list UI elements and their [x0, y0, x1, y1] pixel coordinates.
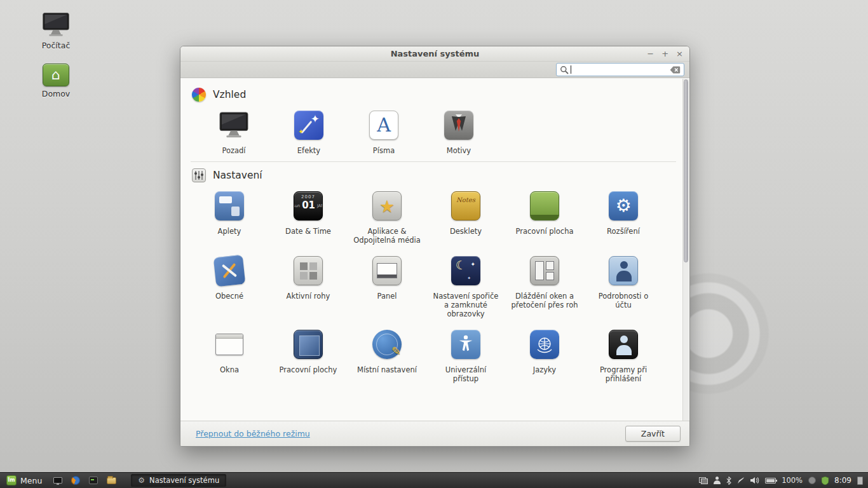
computer-icon — [41, 11, 71, 38]
general-icon — [214, 255, 246, 287]
section-divider — [191, 161, 676, 162]
clock[interactable]: 8:09 — [834, 476, 851, 485]
settings-item-window-tiling[interactable]: Dláždění oken a přetočení přes roh — [511, 254, 578, 309]
window-tiling-icon — [530, 256, 559, 285]
switch-to-normal-mode-link[interactable]: Přepnout do běžného režimu — [196, 429, 310, 438]
appearance-items-row: Pozadí ✦ ✦ Efekty A Písma — [188, 108, 679, 155]
update-shield-icon[interactable] — [822, 477, 829, 485]
panel-icon — [372, 256, 402, 285]
session-icon[interactable] — [808, 477, 816, 484]
home-folder-icon: ⌂ — [43, 64, 69, 86]
settings-item-backgrounds[interactable]: Pozadí — [198, 108, 269, 155]
window-title: Nastavení systému — [391, 49, 480, 58]
settings-item-date-time[interactable]: 2007 Sun 01 JAN Date & Time — [285, 189, 331, 236]
settings-item-effects[interactable]: ✦ ✦ Efekty — [273, 108, 344, 155]
search-input[interactable] — [573, 65, 668, 74]
section-title: Vzhled — [213, 89, 246, 100]
titlebar[interactable]: Nastavení systému − + × — [180, 46, 689, 62]
show-desktop-icon[interactable] — [52, 475, 64, 486]
date-time-icon: 2007 Sun 01 JAN — [294, 191, 323, 220]
taskbar-window-label: Nastavení systému — [149, 476, 219, 485]
applications-media-icon: ★ — [372, 191, 402, 220]
settings-item-screensaver[interactable]: ☾ ✦ ✦ Nastavení spořiče a zamknuté obraz… — [432, 254, 499, 318]
settings-item-hot-corners[interactable]: Aktivní rohy — [287, 254, 330, 301]
settings-section-icon — [192, 168, 206, 182]
settings-gear-icon: ⚙ — [138, 477, 145, 484]
search-toolbar — [180, 62, 689, 78]
startup-programs-icon — [609, 330, 638, 359]
maximize-button[interactable]: + — [661, 50, 668, 58]
settings-items-grid: Aplety 2007 Sun 01 JAN Date & Time ★ Apl — [190, 189, 679, 383]
system-tray: 100% 8:09 — [699, 473, 868, 488]
system-settings-window: Nastavení systému − + × Vzhled — [180, 46, 690, 447]
settings-item-windows[interactable]: Okna — [215, 327, 243, 374]
settings-item-desklets[interactable]: Notes Desklety — [450, 189, 482, 236]
effects-icon: ✦ ✦ — [294, 111, 323, 140]
desklets-icon: Notes — [451, 191, 480, 220]
bluetooth-icon[interactable] — [726, 477, 731, 485]
universal-access-icon — [451, 330, 480, 359]
taskbar: lm Menu ⚙ Nastavení systému — [0, 472, 868, 488]
search-icon — [560, 65, 569, 74]
section-header-settings: Nastavení — [192, 167, 679, 184]
locale-icon: ✎ — [372, 330, 402, 359]
themes-icon — [444, 111, 473, 140]
appearance-section-icon — [192, 88, 206, 102]
scrollbar-thumb[interactable] — [684, 79, 688, 262]
settings-item-applications-media[interactable]: ★ Aplikace & Odpojitelná média — [353, 189, 421, 245]
workspaces-icon — [294, 330, 323, 359]
search-box[interactable] — [556, 63, 684, 76]
close-window-button[interactable]: Zavřít — [625, 426, 681, 442]
terminal-icon[interactable] — [88, 475, 99, 486]
input-method-icon[interactable] — [737, 477, 745, 484]
fonts-icon: A — [369, 111, 398, 140]
scrollbar[interactable] — [682, 79, 689, 421]
background-icon — [218, 111, 250, 139]
notifications-icon[interactable] — [857, 477, 863, 485]
settings-item-desktop[interactable]: Pracovní plocha — [515, 189, 573, 236]
window-controls: − + × — [647, 46, 683, 61]
windows-icon — [215, 334, 243, 355]
settings-item-themes[interactable]: Motivy — [423, 108, 494, 155]
languages-icon — [530, 330, 559, 359]
account-details-icon — [609, 256, 638, 285]
taskbar-window-button[interactable]: ⚙ Nastavení systému — [131, 474, 226, 487]
network-icon[interactable] — [699, 477, 708, 484]
settings-item-applets[interactable]: Aplety — [215, 189, 244, 236]
section-header-appearance: Vzhled — [192, 86, 679, 103]
launcher-icons — [52, 475, 117, 486]
clear-search-icon[interactable] — [670, 66, 681, 74]
desktop-icon-label: Domov — [42, 89, 71, 98]
menu-button[interactable]: lm Menu — [0, 473, 48, 488]
extensions-icon: ⚙ — [609, 191, 638, 220]
screensaver-icon: ☾ ✦ ✦ — [451, 256, 480, 285]
text-cursor — [571, 65, 571, 74]
settings-item-extensions[interactable]: ⚙ Rozšíření — [607, 189, 640, 236]
settings-item-workspaces[interactable]: Pracovní plochy — [280, 327, 337, 374]
mint-logo-icon: lm — [6, 475, 17, 485]
desktop-icon-home[interactable]: ⌂ Domov — [29, 64, 83, 98]
settings-item-startup-programs[interactable]: Programy při přihlášení — [590, 327, 657, 383]
files-icon[interactable] — [105, 475, 117, 486]
battery-level: 100% — [782, 476, 803, 485]
settings-item-locale[interactable]: ✎ Místní nastavení — [357, 327, 417, 374]
browser-icon[interactable] — [70, 475, 81, 486]
desktop-icon-label: Počítač — [42, 41, 71, 50]
hot-corners-icon — [294, 256, 323, 285]
settings-item-panel[interactable]: Panel — [372, 254, 402, 301]
house-glyph: ⌂ — [51, 68, 60, 82]
minimize-button[interactable]: − — [647, 50, 654, 58]
desktop-settings-icon — [530, 191, 559, 220]
settings-content: Vzhled Pozadí ✦ — [180, 79, 682, 421]
desktop-icon-computer[interactable]: Počítač — [29, 11, 83, 50]
settings-item-universal-access[interactable]: Univerzální přístup — [432, 327, 499, 383]
volume-icon[interactable] — [750, 477, 759, 484]
window-footer: Přepnout do běžného režimu Zavřít — [180, 421, 689, 446]
settings-item-account-details[interactable]: Podrobnosti o účtu — [590, 254, 657, 309]
settings-item-fonts[interactable]: A Písma — [348, 108, 419, 155]
settings-item-languages[interactable]: Jazyky — [530, 327, 559, 374]
close-button[interactable]: × — [676, 50, 683, 58]
battery-icon[interactable] — [765, 478, 776, 484]
settings-item-general[interactable]: Obecné — [215, 254, 244, 301]
user-icon[interactable] — [714, 477, 721, 484]
